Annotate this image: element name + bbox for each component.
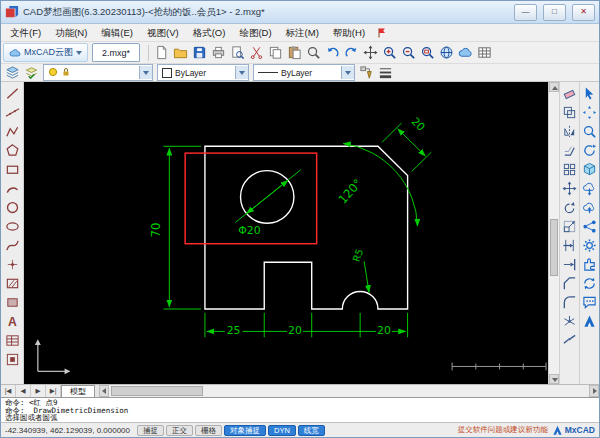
open-folder-icon[interactable] [171,43,190,62]
cube-3d-icon[interactable] [581,160,599,178]
linetype-select[interactable]: ByLayer [253,64,355,81]
menu-item-view[interactable]: 视图(V) [140,25,186,41]
view-rotate-icon[interactable] [581,141,599,159]
array-icon[interactable] [561,160,579,178]
zoom-extents-icon[interactable] [418,43,437,62]
fillet-icon[interactable] [561,293,579,311]
point-icon[interactable] [3,255,21,273]
plot-icon[interactable] [209,43,228,62]
trim-icon[interactable] [561,236,579,254]
horizontal-scrollbar[interactable] [99,385,599,397]
layer-properties-icon[interactable] [3,63,22,82]
scroll-up-icon[interactable] [549,82,559,92]
next-layout-button[interactable]: ▶ [31,385,46,397]
status-toggle-dyn[interactable]: DYN [268,425,296,436]
mxcad-badge-icon[interactable] [581,312,599,330]
linetype-dropdown-arrow[interactable] [341,66,354,79]
construction-line-icon[interactable] [3,103,21,121]
scroll-left-icon[interactable] [99,385,109,397]
minimize-button[interactable]: — [514,4,537,21]
part-outline[interactable] [205,146,408,309]
erase-icon[interactable] [561,84,579,102]
grid-table-icon[interactable] [475,43,494,62]
drawing-canvas[interactable]: Φ20 70 25 [24,82,548,384]
zoom-out-icon[interactable] [399,43,418,62]
spline-icon[interactable] [3,236,21,254]
status-toggle-lineweight[interactable]: 线宽 [298,425,325,436]
scroll-right-icon[interactable] [589,385,599,397]
menu-item-function[interactable]: 功能(N) [48,25,94,41]
color-dropdown-arrow[interactable] [235,66,248,79]
red-flag-icon[interactable] [376,27,388,39]
vertical-scrollbar[interactable] [548,82,559,384]
table-icon[interactable] [3,331,21,349]
redo-icon[interactable] [342,43,361,62]
menu-item-format[interactable]: 格式(O) [186,25,233,41]
hatch-icon[interactable] [3,274,21,292]
extend-icon[interactable] [561,255,579,273]
web-cloud-icon[interactable] [456,43,475,62]
copy-object-icon[interactable] [561,103,579,121]
lineweight-icon[interactable] [376,63,395,82]
share-icon[interactable] [581,217,599,235]
mirror-icon[interactable] [561,122,579,140]
dim-height[interactable] [163,146,201,309]
rectangle-icon[interactable] [3,160,21,178]
update-icon[interactable] [581,274,599,292]
prev-layout-button[interactable]: ◀ [16,385,31,397]
block-icon[interactable] [3,350,21,368]
hscroll-thumb[interactable] [111,386,203,396]
status-toggle-osnap[interactable]: 对象捕捉 [224,425,266,436]
text-icon[interactable]: A [3,312,21,330]
cloud-save-icon[interactable] [581,179,599,197]
pan-view-icon[interactable] [581,103,599,121]
layer-select[interactable] [43,64,153,81]
offset-icon[interactable] [561,141,579,159]
cut-icon[interactable] [247,43,266,62]
explode-icon[interactable] [561,312,579,330]
settings-gear-icon[interactable] [581,236,599,254]
menu-item-draw[interactable]: 绘图(D) [232,25,278,41]
chamfer-icon[interactable] [561,274,579,292]
mxcad-cloud-button[interactable]: MxCAD云图 [3,43,88,62]
region-icon[interactable] [3,293,21,311]
dim-diameter[interactable]: Φ20 [236,170,301,237]
menu-item-file[interactable]: 文件(F) [3,25,48,41]
canvas-area[interactable]: Φ20 70 25 [24,82,548,384]
ellipse-icon[interactable] [3,217,21,235]
find-icon[interactable] [304,43,323,62]
save-icon[interactable] [190,43,209,62]
feedback-icon[interactable] [581,293,599,311]
hscroll-track[interactable] [109,385,589,397]
polyline-icon[interactable] [3,122,21,140]
last-layout-button[interactable]: ▶| [46,385,61,397]
rotate-icon[interactable] [561,198,579,216]
status-toggle-snap[interactable]: 捕捉 [137,425,164,436]
maximize-button[interactable]: □ [543,4,566,21]
join-icon[interactable] [561,331,579,349]
match-properties-icon[interactable] [357,63,376,82]
vscroll-thumb[interactable] [550,219,558,276]
zoom-in-icon[interactable] [380,43,399,62]
menu-item-help[interactable]: 帮助(H) [326,25,372,41]
layer-states-icon[interactable] [22,63,41,82]
pan-icon[interactable] [361,43,380,62]
color-select[interactable]: ByLayer [157,64,249,81]
line-icon[interactable] [3,84,21,102]
undo-icon[interactable] [323,43,342,62]
status-toggle-grid[interactable]: 栅格 [195,425,222,436]
arc-icon[interactable] [3,179,21,197]
print-preview-icon[interactable] [228,43,247,62]
scale-icon[interactable] [561,217,579,235]
new-file-icon[interactable] [152,43,171,62]
paste-icon[interactable] [285,43,304,62]
layer-dropdown-arrow[interactable] [139,66,152,79]
menu-item-edit[interactable]: 编辑(E) [94,25,140,41]
globe-icon[interactable] [437,43,456,62]
command-window[interactable]: 命令: <红 点9 命令: _DrawDimetricDimension 选择圆… [1,397,599,422]
document-tab[interactable]: 2.mxg* [92,43,140,62]
circle-icon[interactable] [3,198,21,216]
cloud-open-icon[interactable] [581,198,599,216]
polygon-icon[interactable] [3,141,21,159]
vscroll-track[interactable] [549,92,559,374]
